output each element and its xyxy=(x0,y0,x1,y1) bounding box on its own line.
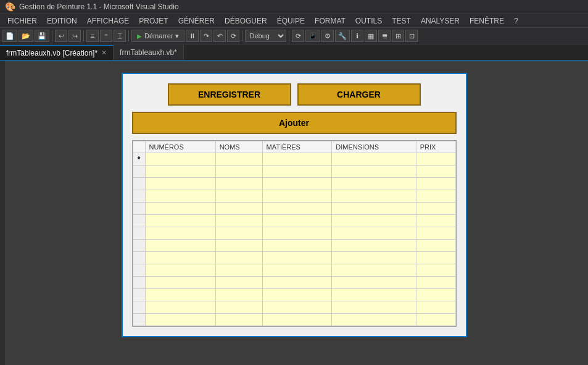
cell-noms[interactable] xyxy=(215,190,262,203)
cell-dimensions[interactable] xyxy=(332,301,416,314)
cell-numeros[interactable] xyxy=(145,190,215,203)
menu-analyser[interactable]: ANALYSER xyxy=(416,15,465,27)
toolbar-settings2[interactable]: 🔧 xyxy=(335,30,350,42)
cell-matieres[interactable] xyxy=(262,190,332,203)
cell-noms[interactable] xyxy=(215,166,262,178)
cell-prix[interactable] xyxy=(416,277,455,289)
toolbar-save[interactable]: 💾 xyxy=(35,30,49,42)
cell-prix[interactable] xyxy=(416,314,455,326)
toolbar-info[interactable]: ℹ xyxy=(351,30,363,42)
toolbar-step2[interactable]: ↶ xyxy=(213,30,226,42)
new-row[interactable]: * xyxy=(133,153,455,166)
toolbar-new[interactable]: 📄 xyxy=(2,30,17,42)
cell-matieres[interactable] xyxy=(262,301,332,314)
cell-noms[interactable] xyxy=(215,314,262,326)
cell-prix[interactable] xyxy=(416,166,455,178)
cell-numeros[interactable] xyxy=(145,227,215,240)
cell-prix[interactable] xyxy=(416,203,455,215)
cell-prix[interactable] xyxy=(416,264,455,277)
cell-prix[interactable] xyxy=(416,227,455,240)
cell-numeros[interactable] xyxy=(145,314,215,326)
cell-noms[interactable] xyxy=(215,301,262,314)
toolbar-pause[interactable]: ⏸ xyxy=(186,30,199,42)
cell-matieres[interactable] xyxy=(262,277,332,289)
menu-edition[interactable]: EDITION xyxy=(42,15,82,27)
cell-noms[interactable] xyxy=(215,277,262,289)
cell-noms[interactable] xyxy=(215,178,262,190)
cell-noms[interactable] xyxy=(215,215,262,227)
cell-prix[interactable] xyxy=(416,289,455,301)
cell-dimensions[interactable] xyxy=(332,289,416,301)
toolbar-extra3[interactable]: ⊡ xyxy=(405,30,418,42)
cell-dimensions[interactable] xyxy=(332,240,416,252)
charger-button[interactable]: CHARGER xyxy=(297,83,421,106)
cell-noms[interactable] xyxy=(215,203,262,215)
cell-dimensions[interactable] xyxy=(332,178,416,190)
cell-dimensions[interactable] xyxy=(332,215,416,227)
cell-noms[interactable] xyxy=(215,264,262,277)
menu-generer[interactable]: GÉNÉRER xyxy=(173,15,220,27)
debug-config-select[interactable]: Debug Release xyxy=(245,30,286,42)
cell-numeros[interactable] xyxy=(145,166,215,178)
menu-equipe[interactable]: ÉQUIPE xyxy=(272,15,310,27)
toolbar-refresh2[interactable]: ⟳ xyxy=(292,30,304,42)
new-row-prix[interactable] xyxy=(416,153,455,166)
new-row-matieres[interactable] xyxy=(262,153,332,166)
cell-dimensions[interactable] xyxy=(332,277,416,289)
toolbar-open[interactable]: 📂 xyxy=(19,30,33,42)
toolbar-redo[interactable]: ↪ xyxy=(68,30,81,42)
cell-prix[interactable] xyxy=(416,190,455,203)
toolbar-undo[interactable]: ↩ xyxy=(55,30,67,42)
cell-numeros[interactable] xyxy=(145,203,215,215)
menu-projet[interactable]: PROJET xyxy=(134,15,173,27)
toolbar-extra1[interactable]: ≣ xyxy=(378,30,391,42)
cell-numeros[interactable] xyxy=(145,289,215,301)
cell-noms[interactable] xyxy=(215,252,262,264)
toolbar-format2[interactable]: ⁼ xyxy=(100,30,112,42)
menu-format[interactable]: FORMAT xyxy=(310,15,350,27)
cell-matieres[interactable] xyxy=(262,227,332,240)
enregistrer-button[interactable]: ENREGISTRER xyxy=(168,83,291,106)
toolbar-extra2[interactable]: ⊞ xyxy=(392,30,404,42)
menu-outils[interactable]: OUTILS xyxy=(350,15,387,27)
cell-noms[interactable] xyxy=(215,289,262,301)
menu-deboguer[interactable]: DÉBOGUER xyxy=(220,15,272,27)
tab-code[interactable]: frmTableauxh.vb* xyxy=(114,45,184,60)
cell-noms[interactable] xyxy=(215,240,262,252)
cell-matieres[interactable] xyxy=(262,252,332,264)
tab-creation-close[interactable]: ✕ xyxy=(101,49,107,57)
cell-dimensions[interactable] xyxy=(332,203,416,215)
cell-matieres[interactable] xyxy=(262,166,332,178)
cell-numeros[interactable] xyxy=(145,178,215,190)
menu-affichage[interactable]: AFFICHAGE xyxy=(82,15,135,27)
menu-fenetre[interactable]: FENÊTRE xyxy=(465,15,509,27)
cell-dimensions[interactable] xyxy=(332,314,416,326)
cell-prix[interactable] xyxy=(416,252,455,264)
cell-matieres[interactable] xyxy=(262,240,332,252)
cell-dimensions[interactable] xyxy=(332,227,416,240)
cell-numeros[interactable] xyxy=(145,264,215,277)
cell-matieres[interactable] xyxy=(262,215,332,227)
cell-numeros[interactable] xyxy=(145,240,215,252)
new-row-noms[interactable] xyxy=(215,153,262,166)
new-row-dimensions[interactable] xyxy=(332,153,416,166)
toolbar-step1[interactable]: ↷ xyxy=(200,30,212,42)
toolbar-refresh[interactable]: ⟳ xyxy=(227,30,239,42)
toolbar-device[interactable]: 📱 xyxy=(305,30,320,42)
cell-dimensions[interactable] xyxy=(332,252,416,264)
cell-matieres[interactable] xyxy=(262,264,332,277)
cell-numeros[interactable] xyxy=(145,277,215,289)
tab-creation[interactable]: frmTableauxh.vb [Création]* ✕ xyxy=(0,45,114,60)
cell-noms[interactable] xyxy=(215,227,262,240)
cell-prix[interactable] xyxy=(416,178,455,190)
cell-numeros[interactable] xyxy=(145,215,215,227)
cell-dimensions[interactable] xyxy=(332,264,416,277)
toolbar-grid[interactable]: ▦ xyxy=(365,30,377,42)
cell-matieres[interactable] xyxy=(262,289,332,301)
toolbar-format3[interactable]: ⌶ xyxy=(114,30,126,42)
cell-prix[interactable] xyxy=(416,240,455,252)
ajouter-button[interactable]: Ajouter xyxy=(132,112,457,134)
toolbar-format1[interactable]: ≡ xyxy=(86,30,99,42)
cell-prix[interactable] xyxy=(416,215,455,227)
cell-matieres[interactable] xyxy=(262,203,332,215)
